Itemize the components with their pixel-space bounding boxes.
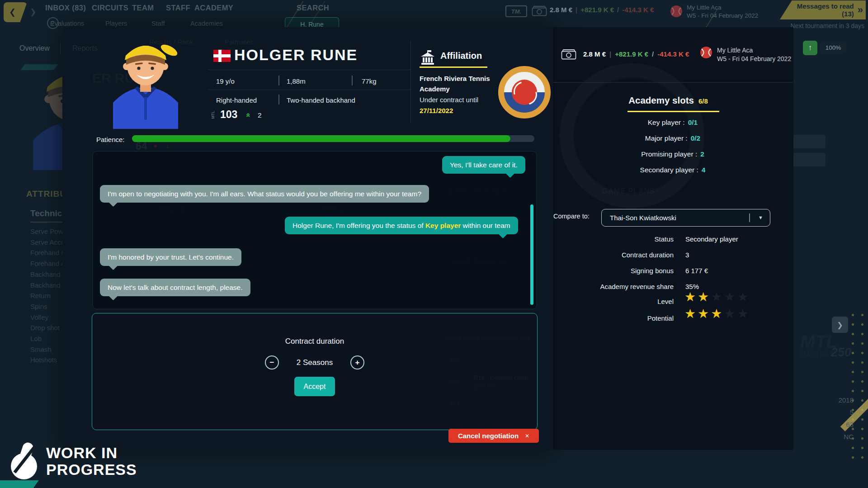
subnav-players[interactable]: Players	[105, 20, 127, 27]
tm-logo-text: TM.	[511, 8, 521, 15]
affiliation-academy-name: French Riviera Tennis Academy	[420, 73, 500, 94]
chat-text: I'm honored by your trust. Let's continu…	[108, 253, 234, 261]
player-age: 19 y/o	[216, 77, 235, 85]
accept-button[interactable]: Accept	[294, 377, 335, 396]
balance: 2.8 M €	[583, 50, 606, 58]
academy-logo	[498, 66, 551, 118]
slot-label: Key player :	[648, 118, 685, 127]
forward-icon[interactable]: ❯	[30, 7, 36, 17]
player-backhand: Two-handed backhand	[287, 96, 355, 104]
upload-button[interactable]: ↑	[803, 41, 817, 55]
star-empty-icon: ★	[737, 290, 750, 304]
chat-message: Now let's talk about contract length, pl…	[100, 279, 250, 296]
contract-until-label: Under contract until	[420, 96, 478, 104]
player-weight: 77kg	[362, 77, 377, 85]
potential-label: Potential	[553, 314, 674, 322]
slot-row-major: Major player :0/2	[605, 134, 741, 142]
chat-highlight: Key player	[425, 222, 461, 229]
star-empty-icon: ★	[711, 290, 724, 304]
star-filled-icon: ★	[684, 290, 698, 304]
divider	[410, 41, 411, 123]
expense: -414.3 K €	[622, 6, 654, 14]
slot-label: Major player :	[645, 134, 688, 142]
balance: 2.8 M €	[550, 6, 572, 14]
chat-message: Yes, I'll take care of it.	[442, 156, 525, 174]
back-icon: ❮	[9, 7, 16, 17]
dot-pattern	[848, 310, 868, 464]
increase-duration-button[interactable]: +	[350, 355, 364, 370]
compare-status-label: Status	[553, 235, 674, 243]
nav-academy[interactable]: ACADEMY	[194, 4, 233, 12]
game-date: W5 - Fri 04 February 2022	[687, 12, 758, 20]
academy-building-icon	[420, 50, 436, 65]
expense: -414.3 K €	[657, 50, 689, 58]
back-button[interactable]: ❮	[4, 2, 27, 22]
level-stars: ★★★★★	[684, 289, 750, 304]
ghost-rank-down-icon: »	[152, 144, 159, 146]
slot-label: Promising player :	[641, 150, 697, 158]
academy-logo-ball	[512, 80, 537, 105]
player-name: HOLGER RUNE	[234, 46, 358, 64]
contract-offer-box: Contract duration − 2 Seasons + Accept	[92, 313, 538, 430]
slot-row-promising: Promising player :2	[605, 150, 741, 158]
wip-logo	[10, 441, 46, 482]
teal-corner-strip	[0, 480, 39, 488]
divider: |	[576, 6, 577, 14]
club-ball-icon	[700, 46, 712, 59]
subnav-staff[interactable]: Staff	[151, 20, 165, 27]
nav-team[interactable]: TEAM	[132, 4, 154, 12]
chat-scrollbar[interactable]	[530, 204, 533, 305]
decrease-duration-button[interactable]: −	[265, 355, 279, 370]
chat-message: I'm honored by your trust. Let's continu…	[100, 248, 241, 266]
club-ball-icon-dim	[670, 5, 683, 18]
subnav-academies[interactable]: Academies	[190, 20, 223, 27]
panel-club-info: My Little Aca W5 - Fri 04 February 2022	[717, 46, 793, 63]
history-value: 2018	[826, 396, 854, 404]
chat-text: Holger Rune, I'm offering you the status…	[292, 222, 425, 229]
divider	[278, 76, 279, 85]
cancel-label: Cancel negotiation	[458, 432, 519, 440]
history-value: NC	[826, 433, 854, 441]
nav-circuits[interactable]: CIRCUITS	[92, 4, 128, 12]
income: +821.9 K €	[615, 50, 648, 58]
chat-text: Now let's talk about contract length, pl…	[108, 284, 243, 291]
player-rank: 103	[220, 109, 237, 121]
rank-up-icon: »	[243, 114, 252, 117]
star-empty-icon: ★	[724, 307, 737, 321]
ghost-tab-palmares: Palmarès	[225, 38, 253, 46]
history-value: 63	[826, 421, 854, 428]
divider	[208, 90, 410, 90]
expand-button[interactable]: ❯	[832, 317, 848, 333]
compare-to-label: Compare to:	[553, 213, 590, 220]
nav-search[interactable]: SEARCH	[297, 4, 329, 12]
compare-selected-value: Thai-Son Kwiatkowski	[610, 209, 676, 226]
rank-change: 2	[258, 111, 262, 119]
nav-staff[interactable]: STAFF	[166, 4, 190, 12]
subnav-evaluations[interactable]: Evaluations	[50, 20, 84, 27]
slot-value: 0/1	[688, 118, 698, 127]
club-name: My Little Aca	[687, 4, 758, 12]
ghost-tab-reports[interactable]: Reports	[72, 44, 98, 52]
divider	[553, 82, 793, 83]
contract-duration-value: 2 Seasons	[290, 358, 340, 367]
chat-text: within our team	[461, 222, 510, 229]
cancel-negotiation-button[interactable]: Cancel negotiation ✕	[448, 429, 539, 443]
money-icon	[561, 49, 576, 60]
money-icon-dim	[532, 5, 547, 17]
chevron-right-icon: ❯	[837, 321, 843, 329]
player-hand: Right-handed	[216, 96, 257, 104]
academy-slots-title: Academy slots	[628, 95, 694, 106]
screen: ❮ ❯ INBOX (83) CIRCUITS TEAM STAFF ACADE…	[0, 0, 868, 488]
double-chevron-icon: »	[858, 4, 863, 16]
compare-duration-label: Contract duration	[553, 251, 674, 259]
slot-value: 4	[702, 166, 706, 174]
compare-player-dropdown[interactable]: Thai-Son Kwiatkowski ▼	[601, 209, 770, 227]
academy-slots-count: 6/8	[698, 97, 708, 105]
star-filled-icon: ★	[698, 307, 711, 321]
nav-inbox[interactable]: INBOX (83)	[45, 4, 86, 12]
messages-button[interactable]: Messages to read (13) »	[780, 0, 866, 19]
club-info-dim: My Little Aca W5 - Fri 04 February 2022	[687, 4, 758, 20]
affiliation-underline	[420, 66, 487, 68]
slot-value: 2	[700, 150, 704, 158]
tab-overview[interactable]: Overview	[19, 44, 50, 52]
